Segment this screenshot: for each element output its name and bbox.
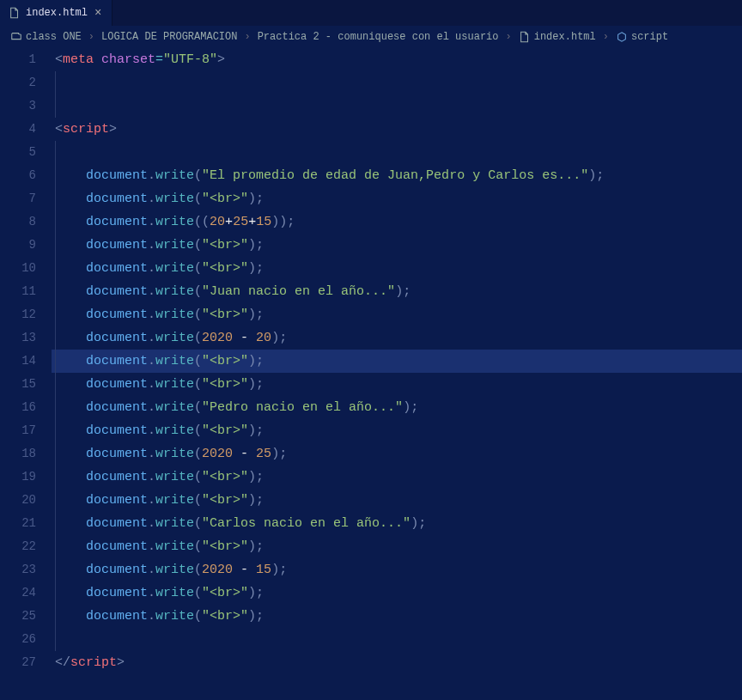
symbol-icon — [616, 31, 628, 43]
line-number: 14 — [0, 350, 36, 373]
line-number: 13 — [0, 326, 36, 350]
breadcrumb-label: Practica 2 - comuniquese con el usuario — [258, 31, 499, 43]
code-line[interactable]: document.write("<br>"); — [52, 535, 742, 558]
breadcrumb-label: index.html — [534, 31, 596, 43]
code-line[interactable] — [52, 141, 742, 164]
line-number: 18 — [0, 442, 36, 466]
code-line[interactable]: document.write("Juan nacio en el año..."… — [52, 280, 742, 303]
code-editor[interactable]: 1 2 3 4 5 6 7 8 9 10 11 12 13 14 15 16 1… — [0, 48, 742, 700]
code-line[interactable]: document.write("<br>"); — [52, 257, 742, 280]
code-content[interactable]: <meta charset="UTF-8"> <script> document… — [52, 48, 742, 700]
line-number: 6 — [0, 164, 36, 187]
code-line[interactable]: document.write("<br>"); — [52, 489, 742, 512]
code-line[interactable]: document.write(2020 - 25); — [52, 442, 742, 466]
breadcrumb-item[interactable]: LOGICA DE PROGRAMACION — [101, 31, 237, 43]
code-line[interactable]: document.write("<br>"); — [52, 234, 742, 257]
code-line[interactable]: document.write("<br>"); — [52, 605, 742, 628]
line-number: 22 — [0, 535, 36, 558]
breadcrumb: class ONE › LOGICA DE PROGRAMACION › Pra… — [0, 26, 742, 48]
breadcrumb-item[interactable]: class ONE — [10, 31, 82, 43]
line-number: 1 — [0, 48, 36, 71]
line-number: 4 — [0, 118, 36, 141]
code-line[interactable] — [52, 94, 742, 118]
chevron-right-icon: › — [240, 31, 253, 43]
file-icon — [519, 31, 531, 43]
code-line[interactable]: document.write("Pedro nacio en el año...… — [52, 396, 742, 419]
line-number: 19 — [0, 466, 36, 489]
tab-label: index.html — [26, 7, 88, 19]
line-number: 2 — [0, 71, 36, 94]
line-number: 8 — [0, 210, 36, 234]
tab-bar: index.html × — [0, 0, 742, 26]
line-number: 27 — [0, 651, 36, 674]
code-line[interactable]: document.write("<br>"); — [52, 581, 742, 605]
line-number: 23 — [0, 558, 36, 581]
line-number: 20 — [0, 489, 36, 512]
code-line[interactable]: document.write("<br>"); — [52, 373, 742, 396]
file-icon — [9, 7, 21, 19]
code-line[interactable]: document.write("El promedio de edad de J… — [52, 164, 742, 187]
code-line[interactable]: document.write("<br>"); — [52, 350, 742, 373]
code-line[interactable] — [52, 628, 742, 651]
breadcrumb-label: class ONE — [26, 31, 82, 43]
code-line[interactable]: document.write("<br>"); — [52, 466, 742, 489]
line-number: 7 — [0, 187, 36, 210]
line-number: 12 — [0, 303, 36, 326]
line-number: 3 — [0, 94, 36, 118]
code-line[interactable]: document.write("<br>"); — [52, 303, 742, 326]
line-number: 10 — [0, 257, 36, 280]
line-number: 24 — [0, 581, 36, 605]
code-line[interactable]: </script> — [52, 651, 742, 674]
breadcrumb-item[interactable]: index.html — [519, 31, 596, 43]
line-number: 11 — [0, 280, 36, 303]
line-number: 9 — [0, 234, 36, 257]
line-number-gutter: 1 2 3 4 5 6 7 8 9 10 11 12 13 14 15 16 1… — [0, 48, 52, 700]
breadcrumb-label: LOGICA DE PROGRAMACION — [101, 31, 237, 43]
line-number: 25 — [0, 605, 36, 628]
code-line[interactable]: <script> — [52, 118, 742, 141]
breadcrumb-item[interactable]: Practica 2 - comuniquese con el usuario — [258, 31, 499, 43]
line-number: 17 — [0, 419, 36, 442]
close-icon[interactable]: × — [93, 6, 103, 20]
line-number: 26 — [0, 628, 36, 651]
tab-index-html[interactable]: index.html × — [0, 0, 113, 26]
chevron-right-icon: › — [502, 31, 515, 43]
breadcrumb-item[interactable]: script — [616, 31, 668, 43]
line-number: 15 — [0, 373, 36, 396]
folder-icon — [10, 31, 22, 43]
line-number: 5 — [0, 141, 36, 164]
chevron-right-icon: › — [85, 31, 98, 43]
code-line[interactable]: document.write("<br>"); — [52, 187, 742, 210]
code-line[interactable]: document.write("Carlos nacio en el año..… — [52, 512, 742, 535]
line-number: 16 — [0, 396, 36, 419]
line-number: 21 — [0, 512, 36, 535]
code-line[interactable]: <meta charset="UTF-8"> — [52, 48, 742, 71]
code-line[interactable]: document.write(2020 - 20); — [52, 326, 742, 350]
code-line[interactable]: document.write(2020 - 15); — [52, 558, 742, 581]
code-line[interactable]: document.write((20+25+15)); — [52, 210, 742, 234]
code-line[interactable]: document.write("<br>"); — [52, 419, 742, 442]
chevron-right-icon: › — [599, 31, 612, 43]
code-line[interactable] — [52, 71, 742, 94]
breadcrumb-label: script — [631, 31, 668, 43]
